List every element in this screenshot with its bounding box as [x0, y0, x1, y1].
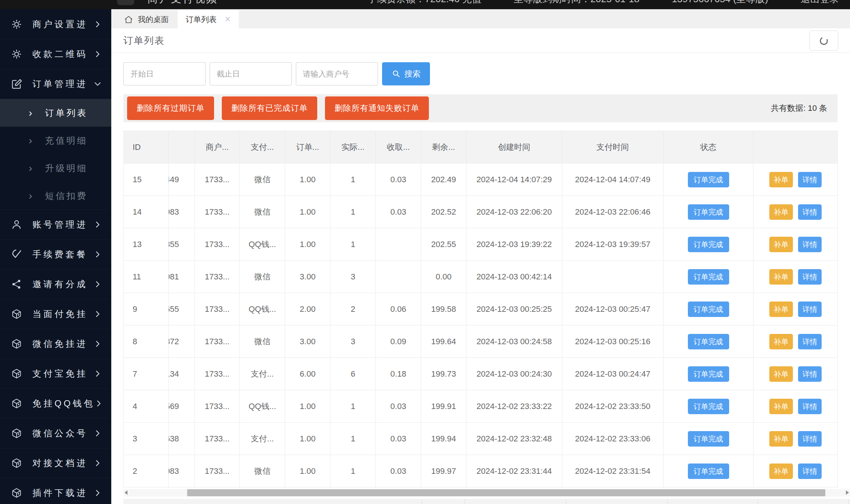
- search-button[interactable]: 搜索: [382, 62, 430, 85]
- cell-actions: 补单详情: [753, 293, 838, 325]
- detail-button[interactable]: 详情: [798, 464, 822, 479]
- chevron-right-icon: ›: [29, 190, 34, 202]
- cell-id: 7: [124, 358, 169, 390]
- supplement-button[interactable]: 补单: [769, 269, 793, 285]
- cell-paid_at: 2024-12-03 22:06:46: [562, 196, 664, 228]
- sidebar-item[interactable]: 邀请有分成: [0, 269, 111, 299]
- detail-button[interactable]: 详情: [798, 237, 822, 252]
- detail-button[interactable]: 详情: [798, 204, 822, 220]
- supplement-button[interactable]: 补单: [769, 204, 793, 220]
- cell-id: 13: [124, 228, 169, 261]
- scrollbar-thumb[interactable]: [187, 489, 825, 496]
- sidebar-subitem[interactable]: ›订单列表: [0, 99, 111, 127]
- refresh-button[interactable]: [809, 31, 838, 51]
- delete-expired-orders-button[interactable]: 删除所有过期订单: [127, 96, 214, 120]
- sidebar-item[interactable]: 支付宝免挂: [0, 359, 111, 388]
- sidebar-toggle-button[interactable]: [117, 0, 134, 5]
- table-header-row: ID商户...支付...订单...实际...收取...剩余...创建时间支付时间…: [124, 131, 838, 163]
- topbar-item[interactable]: 至尊版到期时间：2025-01-18: [514, 0, 639, 6]
- page-title: 订单列表: [123, 28, 165, 53]
- status-badge: 订单完成: [688, 302, 729, 317]
- table-row: 29831733...微信1.0010.03199.972024-12-02 2…: [124, 455, 838, 487]
- detail-button[interactable]: 详情: [798, 366, 822, 382]
- cell-merchant_partial: 983: [169, 455, 195, 487]
- supplement-button[interactable]: 补单: [769, 172, 793, 187]
- sidebar-item[interactable]: 商户设置进: [0, 9, 111, 39]
- delete-notify-failed-orders-button[interactable]: 删除所有通知失败订单: [325, 96, 429, 120]
- supplement-button[interactable]: 补单: [769, 399, 793, 414]
- sidebar-subitem[interactable]: ›短信扣费: [0, 182, 111, 209]
- horizontal-scrollbar[interactable]: [123, 489, 850, 497]
- cell-actual: 1: [330, 163, 376, 196]
- start-date-input[interactable]: [123, 62, 206, 85]
- topbar-item[interactable]: 手续费余额：7202.46 充值: [367, 0, 481, 6]
- sidebar-item[interactable]: 微信免挂进: [0, 329, 111, 359]
- detail-button[interactable]: 详情: [798, 334, 822, 349]
- supplement-button[interactable]: 补单: [769, 366, 793, 382]
- cell-merchant_partial: 449: [169, 163, 195, 196]
- sidebar-item[interactable]: 对接文档进: [0, 448, 111, 478]
- tab-my-desktop[interactable]: 我的桌面: [115, 10, 178, 28]
- cell-merchant_partial: 983: [169, 196, 195, 228]
- status-badge: 订单完成: [688, 269, 729, 285]
- topbar-item[interactable]: 退出登录: [801, 0, 839, 6]
- column-header: [753, 131, 838, 163]
- supplement-button[interactable]: 补单: [769, 302, 793, 317]
- tab-order-list[interactable]: 订单列表×: [178, 10, 239, 28]
- cell-paid_at: 2024-12-03 19:39:57: [562, 228, 664, 261]
- sidebar-item[interactable]: 免挂QQ钱包: [0, 388, 111, 418]
- end-date-input[interactable]: [210, 62, 292, 85]
- close-icon[interactable]: ×: [225, 14, 231, 24]
- cell-pay_type: 微信: [240, 163, 285, 196]
- cell-status: 订单完成: [664, 455, 753, 487]
- sidebar-subitem[interactable]: ›充值明细: [0, 127, 111, 154]
- edit-icon: [11, 78, 23, 89]
- scroll-left-arrow-icon[interactable]: [125, 490, 127, 495]
- table-row: 96551733...QQ钱...2.0020.06199.582024-12-…: [124, 293, 838, 325]
- detail-button[interactable]: 详情: [798, 399, 822, 414]
- cell-paid_at: 2024-12-02 23:33:06: [562, 423, 664, 455]
- supplement-button[interactable]: 补单: [769, 334, 793, 349]
- sidebar-subitem[interactable]: ›升级明细: [0, 154, 111, 182]
- supplement-button[interactable]: 补单: [769, 237, 793, 252]
- cube-icon: [11, 487, 23, 498]
- sidebar-item[interactable]: 手续费套餐: [0, 239, 111, 269]
- cell-fee: 0.03: [376, 163, 421, 196]
- filter-row: 搜索: [123, 62, 430, 85]
- scroll-right-arrow-icon[interactable]: [846, 490, 849, 495]
- user-icon: [11, 219, 23, 230]
- table-row: 119811733...微信3.0030.002024-12-03 00:42:…: [124, 261, 838, 293]
- merchant-no-input[interactable]: [296, 62, 378, 85]
- cell-created_at: 2024-12-04 14:07:29: [466, 163, 562, 196]
- chevron-right-icon: [94, 50, 102, 58]
- cell-fee: 0.03: [376, 196, 421, 228]
- sidebar-item-label: 商户设置进: [32, 18, 94, 30]
- supplement-button[interactable]: 补单: [769, 431, 793, 447]
- status-badge: 订单完成: [688, 431, 729, 447]
- sidebar-item[interactable]: 订单管理进: [0, 69, 111, 99]
- status-badge: 订单完成: [688, 204, 729, 220]
- detail-button[interactable]: 详情: [798, 172, 822, 187]
- sidebar-subitem-label: 短信扣费: [45, 190, 88, 202]
- chevron-right-icon: [94, 310, 102, 318]
- cell-merchant: 1733...: [195, 293, 240, 325]
- sidebar-item[interactable]: 当面付免挂: [0, 299, 111, 329]
- detail-button[interactable]: 详情: [798, 302, 822, 317]
- supplement-button[interactable]: 补单: [769, 464, 793, 479]
- delete-completed-orders-button[interactable]: 删除所有已完成订单: [222, 96, 317, 120]
- cell-paid_at: 2024-12-02 23:33:50: [562, 390, 664, 423]
- cell-merchant_partial: 134: [169, 358, 195, 390]
- detail-button[interactable]: 详情: [798, 269, 822, 285]
- total-count-unit: 条: [819, 103, 827, 113]
- sidebar-item[interactable]: 账号管理进: [0, 209, 111, 239]
- cell-pay_type: 微信: [240, 261, 285, 293]
- search-button-label: 搜索: [405, 68, 421, 80]
- detail-button[interactable]: 详情: [798, 431, 822, 447]
- cell-pay_type: 支付...: [240, 358, 285, 390]
- sidebar-item[interactable]: 插件下载进: [0, 478, 111, 504]
- sidebar-item-label: 邀请有分成: [32, 278, 94, 290]
- sidebar-item[interactable]: 微信公众号: [0, 418, 111, 448]
- topbar-item[interactable]: 13975667654 (至尊版): [672, 0, 768, 6]
- cell-actual: 1: [330, 390, 376, 423]
- sidebar-item[interactable]: 收款二维码: [0, 39, 111, 69]
